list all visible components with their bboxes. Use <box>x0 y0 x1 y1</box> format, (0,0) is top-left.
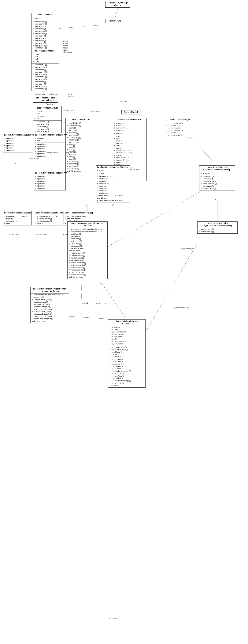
label-action: +action <box>67 94 74 96</box>
wtclogservice-devicecmdasyncimpl-methods: + asyncStatus() + asyncStatus() <box>198 228 237 234</box>
wtclogservice-devicecmdasyncimpl-title: Laos::WtcLogService< Type >::DeviceCmdAs… <box>198 222 237 228</box>
wtccommonsinitloopvar-methods: + operator==() + operator!=() + operator… <box>3 137 33 152</box>
nice-datevar-box: Nice::DateVar + nsec + operator==() + op… <box>31 13 59 50</box>
std-string-title: std::string <box>106 19 124 23</box>
nice-datevar-title: Nice::DateVar <box>31 13 59 17</box>
label-mdeviceasync: -m_deviceAsync <box>180 248 194 250</box>
label-and-more: and more <box>109 618 117 620</box>
label-user: +user <box>63 43 68 45</box>
wtclogservice-deviceasyncimpl-box: Laos::WtcLogService< Type >::DeviceAsync… <box>199 165 235 190</box>
nice-shared-box: Nice::Shared <box>122 110 140 114</box>
wtclogservice-attrs: - m_monitor - m_index - m_deviceCamera -… <box>108 326 145 346</box>
uml-diagram: std::basic_string< char > std::string Ni… <box>0 0 248 644</box>
nice-loggerobject-methods: + operator==() + operator!=() + operator… <box>31 64 59 91</box>
nice-loggerobject-box: Nice::LoggerObject + type + pid + tid + … <box>31 49 59 91</box>
label-date: +date <box>36 46 41 48</box>
nice-completion-box: Nice::Completion + Completion() + Comple… <box>65 118 96 173</box>
label-mdevicecmdasync: -m_deviceCmdAsync <box>173 307 191 309</box>
svg-line-2 <box>59 25 105 28</box>
basda-serviceworkerskeleton-methods: + setCompletion() + cmdStart() + cmdDone… <box>96 175 130 202</box>
label-minitloop: +m_initLoop <box>7 234 19 235</box>
wtccommonsinitloop-title: Laos::WtcCommonsInitLoop <box>3 211 31 215</box>
svg-line-24 <box>145 243 197 333</box>
nice-loggerobject-title: Nice::LoggerObject <box>31 49 59 53</box>
wtccommonsstartloopvar-methods: + operator==() + operator!=() + operator… <box>34 143 65 158</box>
nice-completionvar-title: Nice::CompletionVar <box>33 106 61 110</box>
svg-line-27 <box>190 137 217 165</box>
wtccommonsinitloop-methods: + WtcCommonsInitLoop() + getCompletion()… <box>3 215 31 225</box>
wtccommonsserviceworkerskeleton-box: Laos::WtcCommonsServiceWorkerSkeleton + … <box>67 222 108 279</box>
label-completion1: +completion <box>27 158 39 160</box>
basda-deviceasync-box: Basda::DeviceAsync + ~DeviceAsync() + as… <box>165 118 195 137</box>
wtclogservice-methods: + WtcLogService() + ~WtcLogService() + l… <box>108 346 145 388</box>
wtccommonsstartloop-box: Laos::WtcCommonsStartLoop + WtcCommonsSt… <box>33 211 63 226</box>
svg-line-25 <box>102 283 126 319</box>
wtclogservice-title: Laos::WtcLogService< Type > <box>108 320 145 326</box>
label-stack: +stack <box>47 104 53 106</box>
label-mskel: -m_skel <box>81 302 88 304</box>
wtccommonsstartloop-title: Laos::WtcCommonsStartLoop <box>33 211 63 215</box>
wtccommonsinitloopvar-title: Laos::WtcCommonsInitLoopVar <box>3 133 33 137</box>
basda-deviceasync-title: Basda::DeviceAsync <box>165 118 195 122</box>
wtclogservice-box: Laos::WtcLogService< Type > - m_monitor … <box>108 319 145 388</box>
wtclogservice-devicecmdasyncimpl-box: Laos::WtcLogService< Type >::DeviceCmdAs… <box>197 222 238 234</box>
std-vector-title: std::vector< Nice::LoggerObject > <box>33 96 58 102</box>
wtccommonsinitloop-box: Laos::WtcCommonsInitLoop + WtcCommonsIni… <box>3 211 32 226</box>
label-log: +log <box>63 49 67 51</box>
label-completion2: +completion <box>47 152 58 154</box>
wtccommonsserviceworkerskeleton-methods: + WtcCommonsServiceWorkerSkeleton() + Wt… <box>68 228 107 279</box>
wtccommonsserviceworkerskeleton-title: Laos::WtcCommonsServiceWorkerSkeleton <box>68 222 107 228</box>
basda-serviceworkerskeleton-title: Basda::ServiceWorkerSkeleton <box>96 166 130 169</box>
basda-serviceworkerskeleton-box: Basda::ServiceWorkerSkeleton # m_id # m_… <box>96 165 130 202</box>
basda-deviceasync-methods: + ~DeviceAsync() + asyncWait() + asyncSt… <box>165 122 195 137</box>
label-mname: #m_name <box>120 100 127 102</box>
wtccommonsstartloopvar-box: Laos::WtcCommonsStartLoopVar + nframes +… <box>34 133 66 158</box>
wtccommonsserviceworkerinternalskeleton-box: Laos::WtcCommonsServiceWorkerInternalSke… <box>30 287 69 323</box>
label-completion3: =completion <box>64 152 75 154</box>
wtccommonsresetloopvar-box: Laos::WtcCommonsResetLoopVar + operator=… <box>34 171 66 190</box>
std-basic-string-title: std::basic_string< char > <box>106 1 130 8</box>
nice-datevar-attrs: + nsec <box>31 17 59 20</box>
std-vector-box: std::vector< Nice::LoggerObject > <box>33 96 58 103</box>
std-string-box: std::string <box>105 19 124 23</box>
svg-line-1 <box>115 8 118 19</box>
label-name: +name <box>63 45 68 47</box>
label-file: +file <box>63 47 68 49</box>
nice-loggerobject-attrs: + type + pid + tid + line <box>31 53 59 64</box>
wtccommonsserviceworkerinternalskeleton-title: Laos::WtcCommonsServiceWorkerInternalSke… <box>30 287 69 294</box>
basda-serviceworkerskeleton-attrs: # m_id # m_cmd <box>96 169 130 175</box>
nice-completionvar-attrs: + state + cmd + percent + id <box>33 110 61 120</box>
basda-serviceworker-attrs: # m_config # m_state # s_stateTable - m_… <box>113 122 146 132</box>
wtccommonsresetloop-title: Laos::WtcCommonsResetLoop <box>64 211 94 215</box>
label-mresetloop: +m_resetLoop <box>62 234 75 235</box>
nice-shared-title: Nice::Shared <box>122 110 140 114</box>
label-function: +function <box>63 51 72 53</box>
nice-datevar-methods: + operator==() + operator!=() + operator… <box>31 20 59 50</box>
wtccommonsstartloop-methods: + WtcCommonsStartLoop() + getCompletion(… <box>33 215 63 225</box>
wtccommonsresetloopvar-title: Laos::WtcCommonsResetLoopVar <box>34 171 65 175</box>
wtccommonsserviceworkerinternalskeleton-methods: + WtcCommonsServiceWorkerInternal Skelet… <box>30 294 69 323</box>
label-mstartloop: +m_startLoop <box>34 234 47 235</box>
label-timestamp: +timestamp <box>35 94 45 96</box>
nice-completion-title: Nice::Completion <box>66 118 96 122</box>
wtccommonsstartloopvar-attrs: + nframes + ret <box>34 137 65 143</box>
basda-serviceworker-title: Basda::ServiceWorker <box>113 118 146 122</box>
wtccommonsresetloopvar-methods: + operator==() + operator!=() + operator… <box>34 175 65 190</box>
label-minternal: -m_internal <box>95 302 107 304</box>
nice-completion-methods: + Completion() + Completion() + start() … <box>66 122 96 173</box>
wtclogservice-deviceasyncimpl-methods: + asyncWait() + syncWait() + asyncStatus… <box>199 175 235 190</box>
wtclogservice-deviceasyncimpl-attrs: = m_worker <box>199 172 235 175</box>
svg-line-8 <box>62 110 113 112</box>
label-mcompletion: #m_completion <box>104 200 117 202</box>
label-elements: +elements <box>49 94 58 96</box>
wtccommonsstartloopvar-title: Laos::WtcCommonsStartLoopVar <box>34 133 65 137</box>
label-host: +host <box>63 41 68 43</box>
wtclogservice-deviceasyncimpl-title: Laos::WtcLogService< Type >::DeviceAsync… <box>199 166 235 172</box>
std-basic-string-box: std::basic_string< char > <box>105 1 130 8</box>
wtccommonsinitloopvar-box: Laos::WtcCommonsInitLoopVar + operator==… <box>3 133 33 152</box>
label-except: +except <box>67 96 74 97</box>
